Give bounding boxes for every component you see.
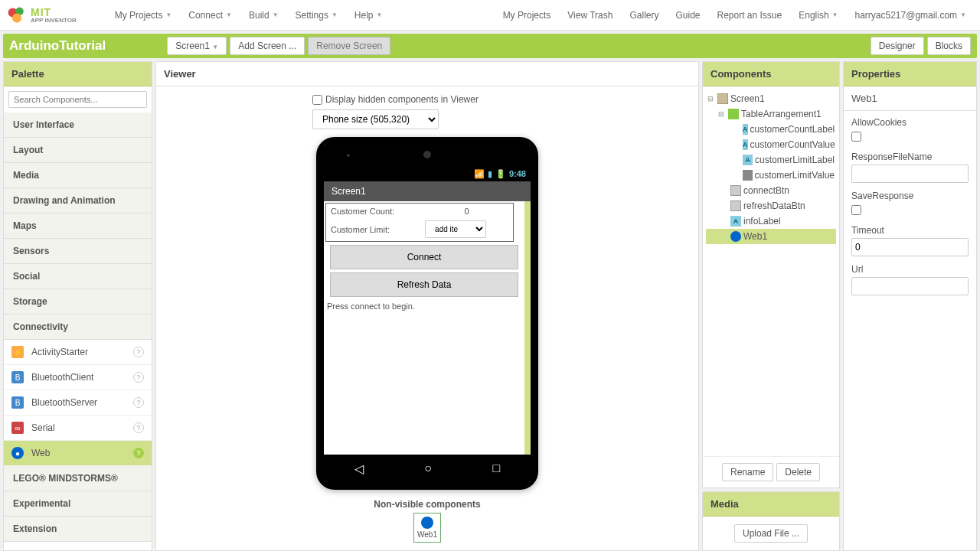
menu-myprojects[interactable]: My Projects▼ <box>107 5 180 25</box>
menu-language[interactable]: English▼ <box>791 5 845 25</box>
palette-section-ui[interactable]: User Interface <box>4 112 152 138</box>
prop-saveresponse-checkbox[interactable] <box>851 205 861 215</box>
palette-section-drawing[interactable]: Drawing and Animation <box>4 188 152 214</box>
prop-allowcookies-checkbox[interactable] <box>851 132 861 142</box>
web-icon <box>730 231 741 242</box>
tree-customerlimitvalue[interactable]: customerLimitValue <box>706 168 836 183</box>
label-icon: A <box>730 216 741 227</box>
palette-item-web[interactable]: ●Web? <box>4 441 152 466</box>
menu-build[interactable]: Build▼ <box>241 5 286 25</box>
palette-item-bluetoothserver[interactable]: BBluetoothServer? <box>4 390 152 416</box>
phone-navbar: ◁ ○ □ <box>324 455 531 482</box>
table-arrangement[interactable]: Customer Count:0 Customer Limit:add item… <box>325 203 514 242</box>
tree-customercountlabel[interactable]: AcustomerCountLabel <box>706 122 836 137</box>
app-canvas[interactable]: Customer Count:0 Customer Limit:add item… <box>324 201 531 455</box>
project-bar: ArduinoTutorial Screen1 ▼ Add Screen ...… <box>3 34 977 58</box>
caret-icon: ▼ <box>960 11 966 18</box>
help-icon[interactable]: ? <box>133 448 144 458</box>
web-icon: ● <box>11 447 24 459</box>
palette-section-sensors[interactable]: Sensors <box>4 239 152 264</box>
designer-tab-button[interactable]: Designer <box>871 37 924 55</box>
palette-item-bluetoothclient[interactable]: BBluetoothClient? <box>4 365 152 390</box>
search-components-input[interactable] <box>8 91 147 108</box>
prop-timeout-input[interactable] <box>851 238 969 256</box>
customer-count-value[interactable]: 0 <box>422 205 511 217</box>
nonvisible-web1[interactable]: Web1 <box>413 513 441 543</box>
serial-icon: ∞ <box>11 422 24 434</box>
collapse-icon[interactable]: ⊟ <box>707 95 715 103</box>
logo[interactable]: MIT APP INVENTOR <box>6 5 77 26</box>
link-myprojects[interactable]: My Projects <box>495 5 559 25</box>
collapse-icon[interactable]: ⊟ <box>718 110 726 118</box>
menu-account[interactable]: harryac5217@gmail.com▼ <box>848 5 975 25</box>
info-label[interactable]: Press connect to begin. <box>324 300 524 312</box>
customer-count-label[interactable]: Customer Count: <box>328 205 420 217</box>
prop-url-input[interactable] <box>851 277 969 295</box>
prop-url-label: Url <box>851 264 969 275</box>
status-time: 9:48 <box>509 169 526 178</box>
link-gallery[interactable]: Gallery <box>622 5 666 25</box>
phone-speaker-icon <box>423 151 431 158</box>
add-screen-button[interactable]: Add Screen ... <box>230 37 305 55</box>
palette-item-activitystarter[interactable]: ⚡ActivityStarter? <box>4 340 152 365</box>
svg-point-2 <box>12 13 21 22</box>
palette-section-connectivity[interactable]: Connectivity <box>4 315 152 340</box>
viewer-header: Viewer <box>156 62 698 86</box>
label-icon: A <box>743 124 748 135</box>
label-icon: A <box>743 139 748 150</box>
display-hidden-checkbox[interactable]: Display hidden components in Viewer <box>312 94 479 105</box>
tree-web1[interactable]: Web1 <box>706 229 836 244</box>
screen-dropdown-button[interactable]: Screen1 ▼ <box>167 37 227 55</box>
caret-icon: ▼ <box>212 44 218 51</box>
palette-item-serial[interactable]: ∞Serial? <box>4 416 152 441</box>
properties-panel: Properties Web1 AllowCookies ResponseFil… <box>843 61 977 551</box>
battery-icon: 🔋 <box>495 169 506 179</box>
refresh-app-button[interactable]: Refresh Data <box>330 272 518 297</box>
tree-connectbtn[interactable]: connectBtn <box>706 183 836 198</box>
tree-tablearrangement[interactable]: ⊟TableArrangement1 <box>706 106 836 122</box>
help-icon[interactable]: ? <box>133 347 144 357</box>
palette-section-extension[interactable]: Extension <box>4 517 152 542</box>
palette-section-storage[interactable]: Storage <box>4 289 152 315</box>
link-guide[interactable]: Guide <box>668 5 707 25</box>
customer-limit-spinner[interactable]: add items ... <box>425 220 486 238</box>
tree-customercountvalue[interactable]: AcustomerCountValue <box>706 137 836 152</box>
palette-section-layout[interactable]: Layout <box>4 138 152 163</box>
menu-settings[interactable]: Settings▼ <box>288 5 345 25</box>
home-icon: ○ <box>424 461 432 475</box>
remove-screen-button[interactable]: Remove Screen <box>308 37 390 55</box>
delete-button[interactable]: Delete <box>776 463 820 481</box>
bluetooth-icon: B <box>11 396 24 409</box>
components-panel: Components ⊟Screen1 ⊟TableArrangement1 A… <box>702 61 840 488</box>
tree-refreshdatabtn[interactable]: refreshDataBtn <box>706 198 836 214</box>
caret-icon: ▼ <box>832 11 838 18</box>
prop-saveresponse-label: SaveResponse <box>851 191 969 201</box>
menu-help[interactable]: Help▼ <box>347 5 390 25</box>
upload-file-button[interactable]: Upload File ... <box>734 524 808 543</box>
tree-customerlimitlabel[interactable]: AcustomerLimitLabel <box>706 152 836 168</box>
help-icon[interactable]: ? <box>133 372 144 383</box>
palette-section-experimental[interactable]: Experimental <box>4 491 152 517</box>
top-menubar: MIT APP INVENTOR My Projects▼ Connect▼ B… <box>0 0 980 31</box>
tree-screen1[interactable]: ⊟Screen1 <box>706 91 836 106</box>
palette-section-media[interactable]: Media <box>4 163 152 188</box>
tree-infolabel[interactable]: AinfoLabel <box>706 214 836 229</box>
help-icon[interactable]: ? <box>133 397 144 408</box>
palette-section-maps[interactable]: Maps <box>4 214 152 239</box>
blocks-tab-button[interactable]: Blocks <box>927 37 971 55</box>
web-icon <box>421 517 433 529</box>
palette-panel: Palette User Interface Layout Media Draw… <box>3 61 152 551</box>
connect-app-button[interactable]: Connect <box>330 245 518 269</box>
link-viewtrash[interactable]: View Trash <box>560 5 620 25</box>
link-report[interactable]: Report an Issue <box>710 5 790 25</box>
palette-section-lego[interactable]: LEGO® MINDSTORMS® <box>4 466 152 491</box>
menu-connect[interactable]: Connect▼ <box>181 5 240 25</box>
palette-header: Palette <box>4 62 152 86</box>
help-icon[interactable]: ? <box>133 422 144 433</box>
logo-sub-text: APP INVENTOR <box>31 18 77 24</box>
prop-responsefilename-input[interactable] <box>851 165 969 183</box>
customer-limit-label[interactable]: Customer Limit: <box>328 219 420 240</box>
palette-section-social[interactable]: Social <box>4 264 152 289</box>
phone-size-select[interactable]: Phone size (505,320) <box>312 109 439 129</box>
rename-button[interactable]: Rename <box>722 463 773 481</box>
